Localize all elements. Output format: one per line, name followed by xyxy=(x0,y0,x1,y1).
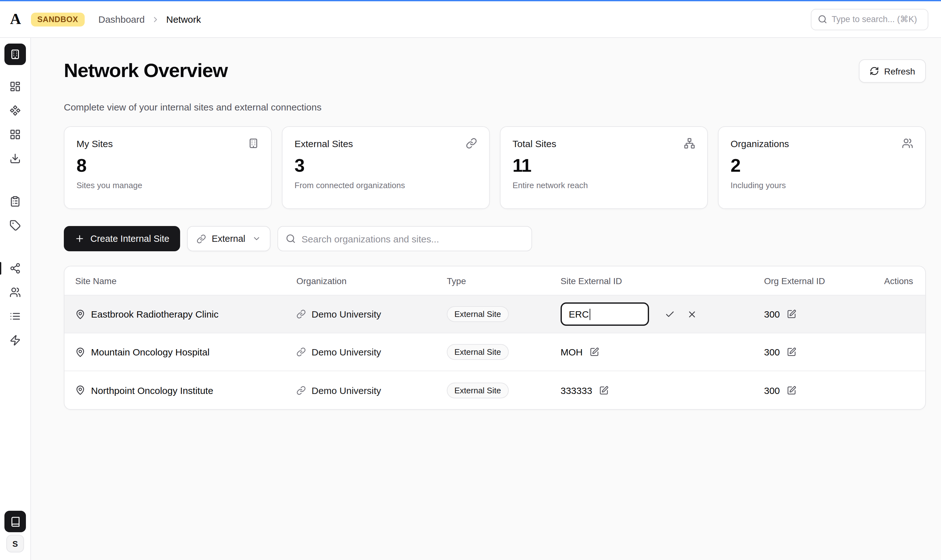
type-badge: External Site xyxy=(447,382,508,398)
edit-org-external-id-button[interactable] xyxy=(785,346,798,358)
edit-pencil-icon xyxy=(589,347,599,357)
stat-caption: Entire network reach xyxy=(512,180,695,190)
sidebar-item-users[interactable] xyxy=(5,282,26,303)
org-external-id: 300 xyxy=(764,347,780,357)
grid-icon xyxy=(9,129,21,140)
edit-org-external-id-button[interactable] xyxy=(785,384,798,396)
breadcrumb-network: Network xyxy=(166,14,201,25)
chevron-right-icon xyxy=(151,15,160,24)
site-name: Northpoint Oncology Institute xyxy=(91,385,213,395)
org-external-id: 300 xyxy=(764,385,780,395)
col-organization: Organization xyxy=(296,275,447,286)
stat-caption: Including yours xyxy=(731,180,913,190)
map-pin-icon xyxy=(75,385,85,395)
app-logo-letter: A xyxy=(10,11,21,28)
edit-site-external-id-button[interactable] xyxy=(588,346,600,358)
sidebar-item-tasks[interactable] xyxy=(5,191,26,212)
type-filter-dropdown[interactable]: External xyxy=(187,226,270,251)
environment-badge: SANDBOX xyxy=(31,12,84,26)
type-badge: External Site xyxy=(447,306,508,322)
app-logo[interactable]: A xyxy=(0,11,31,28)
refresh-icon xyxy=(870,66,879,76)
sidebar-item-downloads[interactable] xyxy=(5,148,26,169)
toolbar: Create Internal Site External xyxy=(64,226,926,251)
main-content: Network Overview Refresh Complete view o… xyxy=(31,38,941,560)
sidebar-item-network[interactable] xyxy=(5,258,26,279)
sidebar-item-records[interactable] xyxy=(5,306,26,327)
sidebar-item-components[interactable] xyxy=(5,100,26,121)
topbar: A SANDBOX Dashboard Network xyxy=(0,1,941,38)
stat-value: 8 xyxy=(77,155,259,176)
site-name: Mountain Oncology Hospital xyxy=(91,347,210,357)
stat-caption: Sites you manage xyxy=(77,180,259,190)
edit-org-external-id-button[interactable] xyxy=(785,308,798,320)
stat-title: Total Sites xyxy=(512,138,556,149)
stat-title: My Sites xyxy=(77,138,113,149)
sidebar-item-sites[interactable] xyxy=(5,43,26,65)
global-search-input[interactable] xyxy=(831,14,921,24)
edit-site-external-id-button[interactable] xyxy=(598,384,610,396)
col-type: Type xyxy=(447,275,560,286)
chevron-down-icon xyxy=(252,234,261,243)
page-subtitle: Complete view of your internal sites and… xyxy=(64,102,926,112)
stats-cards: My Sites 8 Sites you manage External Sit… xyxy=(64,126,926,209)
organization-name: Demo University xyxy=(312,385,381,395)
building-icon xyxy=(9,49,21,60)
global-search[interactable] xyxy=(811,9,929,30)
site-name: Eastbrook Radiotherapy Clinic xyxy=(91,309,219,320)
sidebar-item-docs[interactable] xyxy=(5,511,26,532)
building-icon xyxy=(248,138,259,149)
check-icon xyxy=(665,309,675,319)
sidebar-item-apps[interactable] xyxy=(5,124,26,145)
breadcrumb-dashboard[interactable]: Dashboard xyxy=(98,14,145,25)
tag-icon xyxy=(9,220,21,231)
clipboard-icon xyxy=(9,196,21,207)
users-icon xyxy=(9,287,21,298)
cancel-edit-button[interactable] xyxy=(686,308,698,320)
site-external-id-input[interactable]: ERC xyxy=(560,302,649,326)
site-external-id: MOH xyxy=(560,347,583,357)
refresh-button[interactable]: Refresh xyxy=(859,59,926,83)
confirm-edit-button[interactable] xyxy=(663,308,676,320)
sites-table: Site Name Organization Type Site Externa… xyxy=(64,266,926,410)
stat-card-total-sites: Total Sites 11 Entire network reach xyxy=(500,126,708,209)
zap-icon xyxy=(9,335,21,346)
stat-card-external-sites: External Sites 3 From connected organiza… xyxy=(282,126,490,209)
diamonds-icon xyxy=(9,105,21,116)
users-icon xyxy=(902,138,913,149)
sidebar-item-tags[interactable] xyxy=(5,215,26,236)
download-icon xyxy=(9,153,21,164)
edit-pencil-icon xyxy=(787,347,796,357)
table-row[interactable]: Northpoint Oncology Institute Demo Unive… xyxy=(65,371,925,409)
page-title: Network Overview xyxy=(64,59,227,82)
col-actions: Actions xyxy=(884,275,915,286)
sidebar-item-integrations[interactable] xyxy=(5,329,26,351)
organization-name: Demo University xyxy=(312,347,381,357)
stat-title: Organizations xyxy=(731,138,789,149)
search-icon xyxy=(285,234,296,244)
stat-caption: From connected organizations xyxy=(295,180,477,190)
edit-pencil-icon xyxy=(599,385,609,395)
stat-value: 11 xyxy=(512,155,695,176)
sidebar-item-dashboard[interactable] xyxy=(5,76,26,97)
book-icon xyxy=(10,516,20,527)
table-header-row: Site Name Organization Type Site Externa… xyxy=(65,266,925,295)
stat-card-organizations: Organizations 2 Including yours xyxy=(718,126,926,209)
sites-search-input[interactable] xyxy=(301,233,524,244)
list-icon xyxy=(9,311,21,322)
col-site-external-id: Site External ID xyxy=(560,275,764,286)
link-icon xyxy=(296,347,306,357)
link-icon xyxy=(296,385,306,395)
site-external-id: 333333 xyxy=(560,385,592,395)
link-icon xyxy=(466,138,477,149)
col-site-name: Site Name xyxy=(75,275,296,286)
map-pin-icon xyxy=(75,309,85,319)
map-pin-icon xyxy=(75,347,85,357)
create-internal-site-button[interactable]: Create Internal Site xyxy=(64,226,180,251)
table-row[interactable]: Eastbrook Radiotherapy Clinic Demo Unive… xyxy=(65,295,925,333)
table-row[interactable]: Mountain Oncology Hospital Demo Universi… xyxy=(65,333,925,371)
sites-search[interactable] xyxy=(278,226,532,251)
link-icon xyxy=(196,234,206,243)
user-avatar[interactable]: S xyxy=(6,535,24,552)
edit-pencil-icon xyxy=(787,385,796,395)
